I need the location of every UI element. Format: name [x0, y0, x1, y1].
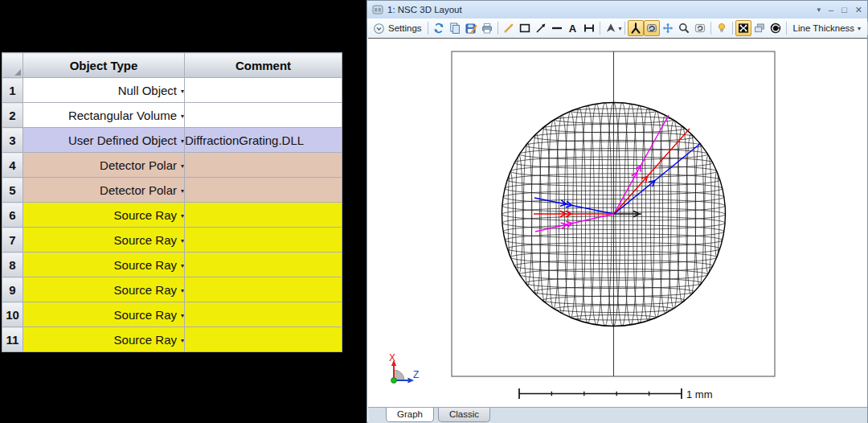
close-button[interactable]: ✕ — [855, 5, 862, 15]
draw-arrow-button[interactable] — [533, 20, 549, 36]
table-row: 7Source Ray▾ — [2, 228, 342, 253]
draw-dimension-button[interactable] — [581, 20, 597, 36]
comment-cell[interactable] — [185, 103, 342, 128]
select-all-corner[interactable] — [2, 53, 23, 78]
draw-rectangle-icon — [518, 22, 531, 35]
draw-rectangle-button[interactable] — [517, 20, 533, 36]
lamp-button[interactable] — [714, 20, 730, 36]
comment-cell[interactable] — [185, 78, 342, 103]
print-button[interactable] — [479, 20, 495, 36]
object-type-cell[interactable]: Source Ray▾ — [23, 203, 185, 228]
reset-view-icon — [694, 22, 706, 35]
row-number[interactable]: 10 — [2, 302, 23, 327]
draw-horizontal-line-button[interactable] — [549, 20, 565, 36]
copy-window-button[interactable] — [751, 20, 768, 36]
draw-text-button[interactable]: A — [565, 20, 581, 36]
comment-cell[interactable] — [185, 277, 342, 302]
object-type-cell[interactable]: Rectangular Volume▾ — [23, 103, 185, 128]
scale-bar-label: 1 mm — [686, 388, 713, 400]
line-thickness-caret: ▾ — [858, 25, 861, 32]
session-history-button[interactable] — [768, 20, 784, 36]
object-type-cell[interactable]: Source Ray▾ — [23, 253, 185, 277]
draw-line-button[interactable] — [501, 20, 517, 36]
object-type-cell[interactable]: User Defined Object▾ — [23, 128, 185, 153]
draw-dimension-icon — [583, 22, 596, 35]
orbit-icon — [645, 22, 658, 35]
comment-cell[interactable] — [185, 178, 342, 203]
row-number[interactable]: 2 — [2, 103, 23, 128]
dropdown-caret-icon: ▾ — [181, 212, 184, 220]
toolbar-separator — [786, 22, 787, 35]
row-number[interactable]: 7 — [2, 228, 23, 253]
fly-through-dropdown-caret[interactable]: ▾ — [619, 25, 622, 32]
fly-through-icon — [604, 22, 617, 35]
comment-cell[interactable] — [185, 203, 342, 228]
rotate-button[interactable] — [628, 20, 644, 36]
zoom-icon — [678, 22, 690, 35]
dropdown-caret-icon: ▾ — [181, 287, 184, 294]
dropdown-caret-icon: ▾ — [181, 138, 184, 145]
comment-cell[interactable] — [185, 253, 342, 277]
comment-cell[interactable] — [185, 153, 342, 178]
comment-cell[interactable] — [185, 327, 342, 352]
copy-window-icon — [753, 22, 766, 35]
toolbar-separator — [428, 22, 428, 35]
copy-button[interactable] — [447, 20, 463, 36]
zoom-button[interactable] — [676, 20, 692, 36]
draw-text-icon: A — [569, 23, 576, 34]
layout-canvas[interactable]: X Z 1 mm — [368, 39, 867, 408]
row-number[interactable]: 8 — [2, 253, 23, 277]
column-header-object-type: Object Type — [23, 53, 185, 78]
nsc-editor-table: Object Type Comment 1Null Object▾2Rectan… — [2, 52, 342, 352]
fly-through-button[interactable] — [603, 20, 619, 36]
fit-window-icon — [737, 22, 750, 35]
settings-button[interactable]: Settings — [370, 23, 425, 35]
draw-line-icon — [502, 22, 515, 35]
axis-triad: X Z — [389, 352, 419, 384]
tab-classic[interactable]: Classic — [438, 408, 490, 422]
reset-view-button[interactable] — [692, 20, 708, 36]
refresh-button[interactable] — [431, 20, 447, 36]
window-menu-button[interactable]: ▾ — [817, 6, 821, 14]
orbit-button[interactable] — [644, 20, 660, 36]
pan-button[interactable] — [660, 20, 676, 36]
row-number[interactable]: 6 — [2, 203, 23, 228]
object-type-cell[interactable]: Detector Polar▾ — [23, 178, 185, 203]
comment-cell[interactable] — [185, 228, 342, 253]
nsc-editor-body: 1Null Object▾2Rectangular Volume▾3User D… — [2, 78, 342, 352]
object-type-cell[interactable]: Source Ray▾ — [23, 327, 185, 352]
object-type-cell[interactable]: Source Ray▾ — [23, 228, 185, 253]
row-number[interactable]: 11 — [2, 327, 23, 352]
comment-cell[interactable]: DiffractionGrating.DLL — [185, 128, 342, 153]
row-number[interactable]: 5 — [2, 178, 23, 203]
row-number[interactable]: 4 — [2, 153, 23, 178]
row-number[interactable]: 1 — [2, 78, 23, 103]
fit-window-button[interactable] — [735, 20, 751, 36]
toolbar-separator — [710, 22, 711, 35]
dropdown-caret-icon: ▾ — [181, 88, 184, 95]
table-row: 1Null Object▾ — [2, 78, 342, 103]
object-type-cell[interactable]: Source Ray▾ — [23, 277, 185, 302]
x-axis-label: X — [389, 352, 395, 363]
object-type-cell[interactable]: Detector Polar▾ — [23, 153, 185, 178]
object-type-cell[interactable]: Null Object▾ — [23, 78, 185, 103]
session-history-icon — [769, 22, 782, 35]
ray — [534, 198, 614, 214]
maximize-button[interactable]: □ — [841, 5, 847, 14]
save-button[interactable] — [463, 20, 479, 36]
draw-horizontal-line-icon — [551, 22, 563, 35]
window-titlebar: 1: NSC 3D Layout ▾ – □ ✕ — [367, 1, 867, 19]
z-axis-label: Z — [413, 369, 419, 380]
toolbar-separator — [497, 22, 498, 35]
dropdown-caret-icon: ▾ — [181, 162, 184, 170]
line-thickness-button[interactable]: Line Thickness ▾ — [789, 23, 866, 33]
object-type-cell[interactable]: Source Ray▾ — [23, 302, 185, 327]
row-number[interactable]: 3 — [2, 128, 23, 153]
tab-graph[interactable]: Graph — [386, 408, 434, 422]
rotate-icon — [629, 22, 642, 35]
dropdown-caret-icon: ▾ — [181, 312, 184, 319]
dropdown-caret-icon: ▾ — [181, 187, 184, 195]
comment-cell[interactable] — [185, 302, 342, 327]
row-number[interactable]: 9 — [2, 277, 23, 302]
minimize-button[interactable]: – — [829, 5, 833, 14]
